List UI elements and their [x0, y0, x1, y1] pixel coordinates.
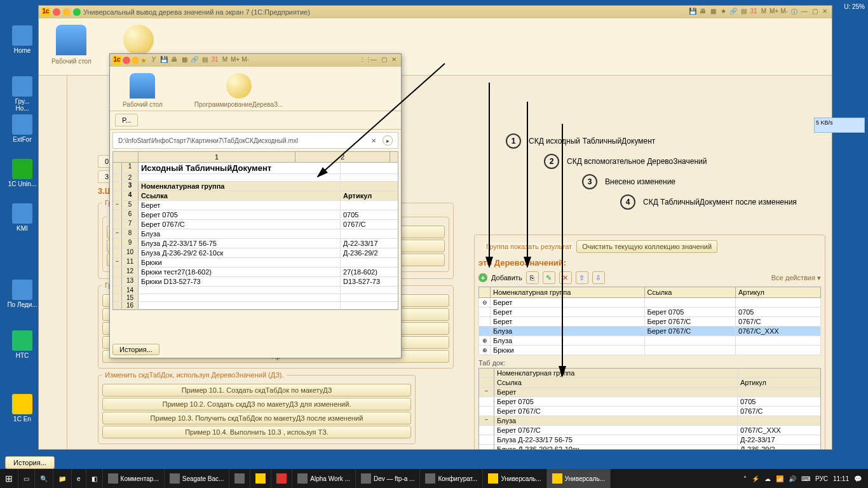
- tree-toggle-icon[interactable]: [113, 182, 122, 191]
- toolbar-programming[interactable]: ПрограммированиеДереваЗ...: [185, 70, 293, 107]
- tree-toggle-icon[interactable]: [113, 220, 122, 229]
- language[interactable]: РУС: [815, 475, 828, 482]
- desktop-icon[interactable]: По Леди...: [6, 280, 38, 308]
- min-btn-icon[interactable]: —: [369, 56, 378, 65]
- minimize-icon[interactable]: [63, 8, 71, 16]
- desktop-icon[interactable]: HTC: [6, 330, 38, 359]
- keyboard-icon[interactable]: ⌨: [801, 475, 810, 482]
- spreadsheet-row[interactable]: 2: [113, 174, 398, 182]
- star-icon[interactable]: ★: [719, 8, 728, 17]
- title-bar[interactable]: 1c Универсальный вывод дерева значений н…: [39, 6, 832, 18]
- close-icon[interactable]: [53, 8, 60, 16]
- mminus-icon[interactable]: M-: [780, 8, 789, 17]
- tabdoc-row[interactable]: Берет 07050705: [479, 397, 820, 407]
- tree-toggle-icon[interactable]: [113, 191, 122, 200]
- tray-up-icon[interactable]: ˄: [743, 475, 747, 482]
- save-icon[interactable]: 💾: [688, 8, 697, 17]
- desktop-icon[interactable]: Home: [6, 25, 38, 54]
- desktop-icon[interactable]: KMI: [6, 203, 38, 232]
- taskbar-app[interactable]: Комментар...: [103, 469, 165, 488]
- tabdoc-table[interactable]: Номенклатурная группа СсылкаАртикул −Бер…: [478, 368, 821, 449]
- mplus-icon[interactable]: M+: [231, 56, 240, 65]
- tabdoc-row[interactable]: Берет 0767/С0767/С_XXX: [479, 426, 820, 435]
- taskbar-app[interactable]: Seagate Bac...: [165, 469, 230, 488]
- tree-toggle-icon[interactable]: [479, 435, 494, 444]
- example-10-1-button[interactable]: Пример 10.1. Создать скдТабДок по макету…: [102, 384, 411, 396]
- tree-toggle-icon[interactable]: [113, 277, 122, 286]
- minimize-icon[interactable]: [132, 57, 139, 64]
- tree-row[interactable]: БеретБерет 07050705: [479, 308, 821, 317]
- tree-toggle-icon[interactable]: −: [479, 388, 494, 396]
- preview-icon[interactable]: ▦: [180, 56, 189, 65]
- clock[interactable]: 11:11: [833, 475, 849, 482]
- spreadsheet-row[interactable]: −8Блуза: [113, 229, 398, 239]
- maximize-icon[interactable]: [73, 8, 81, 16]
- spreadsheet[interactable]: 1 2 1Исходный ТабличныйДокумент23Номенкл…: [112, 151, 398, 310]
- link-icon[interactable]: 🔗: [729, 8, 738, 17]
- taskbar-app[interactable]: Универсаль...: [483, 469, 546, 488]
- store-icon[interactable]: ◧: [86, 469, 103, 488]
- col-header[interactable]: 1: [139, 152, 295, 162]
- tree-toggle-icon[interactable]: −: [113, 201, 122, 210]
- onedrive-icon[interactable]: ☁: [764, 475, 771, 482]
- edge-icon[interactable]: e: [72, 469, 86, 488]
- tree-toggle-icon[interactable]: [113, 302, 122, 309]
- tree-row[interactable]: БлузаБерет 0767/С0767/С_XXX: [479, 327, 821, 336]
- tree-toggle-icon[interactable]: −: [113, 258, 122, 267]
- tree-toggle-icon[interactable]: ⊖: [479, 298, 491, 308]
- min-btn-icon[interactable]: —: [800, 8, 809, 17]
- notifications-icon[interactable]: 💬: [854, 475, 862, 482]
- tree-toggle-icon[interactable]: −: [113, 229, 122, 238]
- network-icon[interactable]: 📶: [776, 475, 783, 482]
- explorer-icon[interactable]: 📁: [53, 469, 72, 488]
- tree-toggle-icon[interactable]: [479, 407, 494, 416]
- preview-icon[interactable]: ▦: [709, 8, 717, 17]
- help-icon[interactable]: ⓘ: [790, 8, 799, 17]
- save-icon[interactable]: 💾: [159, 56, 168, 65]
- spreadsheet-row[interactable]: −5Берет: [113, 201, 398, 210]
- tree-toggle-icon[interactable]: [113, 287, 122, 294]
- tree-toggle-icon[interactable]: [113, 174, 122, 181]
- taskbar-app[interactable]: Конфигурат...: [420, 469, 483, 488]
- spreadsheet-row[interactable]: 13 Брюки D13-527-73D13-527-73: [113, 277, 398, 287]
- taskbar-app[interactable]: [229, 469, 250, 488]
- history-button[interactable]: История...: [112, 344, 159, 355]
- taskbar-app[interactable]: [250, 469, 271, 488]
- desktop-icon[interactable]: ExtFor: [6, 114, 38, 143]
- star-icon[interactable]: ★: [140, 57, 148, 64]
- desktop-icon[interactable]: 1C Unin...: [6, 159, 38, 187]
- calendar-icon[interactable]: 31: [749, 8, 758, 17]
- spreadsheet-row[interactable]: 10 Блуза Д-236-29/2 62-10скД-236-29/2: [113, 248, 398, 258]
- tree-toggle-icon[interactable]: [479, 445, 494, 449]
- toolbar-desktop[interactable]: Рабочий стол: [42, 22, 101, 72]
- add-button[interactable]: Добавить: [491, 274, 522, 281]
- spreadsheet-row[interactable]: 6 Берет 07050705: [113, 210, 398, 220]
- tree-toggle-icon[interactable]: [479, 327, 491, 336]
- desktop-icon[interactable]: 1C En: [6, 394, 38, 423]
- inner-tab[interactable]: Р...: [115, 114, 138, 126]
- tabdoc-row[interactable]: Блуза Д-22-33/17 56-75Д-22-33/17: [479, 435, 820, 445]
- spreadsheet-row[interactable]: 9 Блуза Д-22-33/17 56-75Д-22-33/17: [113, 239, 398, 248]
- inner-title-bar[interactable]: 1c ★ У 💾 🖶 ▦ 🔗 ▤ 31 M M+ M- ⋮⋮ — ▢ ✕: [110, 54, 401, 67]
- tree-toggle-icon[interactable]: [479, 308, 491, 317]
- spreadsheet-row[interactable]: 4СсылкаАртикул: [113, 191, 398, 201]
- example-10-2-button[interactable]: Пример 10.2. Создать скдДЗ по макетуДЗ д…: [102, 398, 411, 410]
- example-10-4-button[interactable]: Пример 10.4. Выполнить 10.3 , испоьзуя Т…: [102, 426, 411, 438]
- spreadsheet-row[interactable]: 15: [113, 294, 398, 302]
- battery-icon[interactable]: ⚡: [752, 475, 759, 482]
- mplus-icon[interactable]: M+: [770, 8, 778, 17]
- m-icon[interactable]: M: [220, 56, 229, 65]
- taskbar-app[interactable]: [271, 469, 292, 488]
- calc-icon[interactable]: ▤: [739, 8, 748, 17]
- taskbar-app[interactable]: Универсаль...: [547, 469, 611, 488]
- nav-forward-icon[interactable]: ▸: [383, 135, 393, 146]
- max-btn-icon[interactable]: ▢: [379, 56, 388, 65]
- tree-toggle-icon[interactable]: −: [479, 416, 494, 425]
- tree-toggle-icon[interactable]: [113, 163, 122, 173]
- max-btn-icon[interactable]: ▢: [810, 8, 819, 17]
- taskbar-app[interactable]: Alpha Work ...: [292, 469, 356, 488]
- search-icon[interactable]: 🔍: [35, 469, 53, 488]
- tree-row[interactable]: ⊕Блуза: [479, 336, 821, 346]
- all-actions[interactable]: Все действия ▾: [771, 274, 821, 282]
- desktop-icon[interactable]: Гру...Но...: [6, 76, 38, 112]
